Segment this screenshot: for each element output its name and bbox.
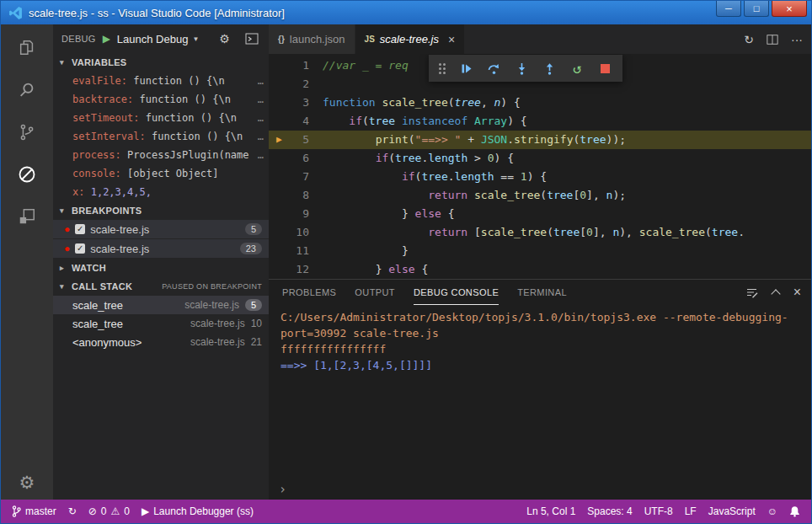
line-number-gutter[interactable]: 7: [269, 168, 323, 186]
branch-icon: [12, 505, 21, 517]
variable-row[interactable]: setTimeout: function () {\n…: [53, 109, 269, 127]
tab-launch.json[interactable]: {}launch.json: [269, 24, 355, 54]
main-area: ⚙ DEBUG ▶ Launch Debug ▼ ⚙ ▾ VARIABLES e…: [1, 24, 811, 500]
code-line-5[interactable]: ▶5 print("==>> " + JSON.stringify(tree))…: [269, 131, 811, 149]
step-out-button[interactable]: [542, 61, 557, 76]
debug-console-toggle-icon[interactable]: [245, 33, 259, 45]
variable-row[interactable]: backtrace: function () {\n…: [53, 90, 269, 109]
code-line-10[interactable]: 10 return [scale_tree(tree[0], n), scale…: [269, 223, 811, 242]
start-debugging-button[interactable]: ▶: [103, 33, 110, 45]
variable-row[interactable]: setInterval: function () {\n…: [53, 127, 269, 146]
drag-handle[interactable]: [439, 63, 446, 74]
problems-indicator[interactable]: ⊘ 0 ⚠ 0: [83, 500, 136, 523]
breakpoint-checkbox[interactable]: ✓: [75, 243, 85, 254]
breakpoint-checkbox[interactable]: ✓: [75, 224, 85, 234]
line-number-gutter[interactable]: 8: [269, 186, 323, 205]
close-tab-icon[interactable]: ×: [448, 33, 455, 46]
panel-tab-problems[interactable]: PROBLEMS: [282, 280, 336, 305]
breakpoints-section-header[interactable]: ▾ BREAKPOINTS: [53, 201, 269, 220]
debug-launch-status[interactable]: ▶ Launch Debugger (ss): [136, 500, 259, 523]
code-line-12[interactable]: 12 } else {: [269, 260, 811, 279]
line-number-gutter[interactable]: ▶5: [269, 131, 323, 149]
sync-icon[interactable]: ↻: [744, 33, 754, 46]
search-icon[interactable]: [6, 72, 48, 109]
indentation-indicator[interactable]: Spaces: 4: [581, 500, 638, 523]
variables-section-header[interactable]: ▾ VARIABLES: [53, 53, 269, 72]
code-line-3[interactable]: 3function scale_tree(tree, n) {: [269, 94, 811, 112]
code-line-4[interactable]: 4 if(tree instanceof Array) {: [269, 112, 811, 131]
call-stack-frame[interactable]: <anonymous>scale-tree.js21: [53, 333, 269, 351]
variable-row[interactable]: process: ProcessJsPlugin(name…: [53, 146, 269, 164]
continue-button[interactable]: [458, 61, 473, 76]
debug-icon[interactable]: [6, 156, 48, 193]
line-number-gutter[interactable]: 6: [269, 149, 323, 168]
notifications-bell-icon[interactable]: [783, 500, 806, 523]
variable-row[interactable]: console: [object Object]: [53, 164, 269, 183]
line-number-gutter[interactable]: 1: [269, 56, 323, 75]
line-number-gutter[interactable]: 10: [269, 223, 323, 242]
settings-gear-icon[interactable]: ⚙: [1, 473, 53, 493]
debug-config-dropdown[interactable]: Launch Debug ▼: [117, 33, 200, 45]
warning-count: 0: [124, 505, 130, 517]
panel-tab-debug-console[interactable]: DEBUG CONSOLE: [414, 280, 499, 305]
line-number-gutter[interactable]: 2: [269, 75, 323, 94]
code-line-6[interactable]: 6 if(tree.length > 0) {: [269, 149, 811, 168]
clear-console-icon[interactable]: [745, 286, 758, 299]
language-mode-indicator[interactable]: JavaScript: [702, 500, 761, 523]
more-actions-icon[interactable]: ···: [791, 33, 803, 46]
feedback-smiley-icon[interactable]: ☺: [761, 500, 783, 523]
debug-launch-label: Launch Debugger (ss): [153, 505, 254, 517]
line-number-gutter[interactable]: 4: [269, 112, 323, 131]
configure-launch-icon[interactable]: ⚙: [219, 32, 230, 45]
code-editor[interactable]: 1//var _ = req23function scale_tree(tree…: [269, 54, 811, 279]
code-line-7[interactable]: 7 if(tree.length == 1) {: [269, 168, 811, 186]
frame-file: scale-tree.js: [190, 318, 245, 329]
line-number-gutter[interactable]: 11: [269, 242, 323, 260]
explorer-icon[interactable]: [6, 29, 48, 67]
encoding-indicator[interactable]: UTF-8: [638, 500, 679, 523]
code-line-11[interactable]: 11 }: [269, 242, 811, 260]
variable-row[interactable]: x: 1,2,3,4,5,: [53, 183, 269, 201]
tab-scale-tree.js[interactable]: JSscale-tree.js×: [355, 24, 466, 54]
editor-group: {}launch.jsonJSscale-tree.js× ↻ ··· 1//v…: [269, 24, 811, 500]
split-editor-icon[interactable]: [767, 34, 778, 45]
debug-console-output: C:/Users/Administrator/Desktop/topjs/3.1…: [269, 305, 811, 479]
source-control-icon[interactable]: [6, 114, 48, 151]
close-panel-icon[interactable]: ×: [793, 285, 801, 300]
call-stack-frame[interactable]: scale_treescale-tree.js5: [53, 296, 269, 314]
maximize-button[interactable]: □: [744, 1, 769, 17]
editor-tab-bar: {}launch.jsonJSscale-tree.js× ↻ ···: [269, 24, 811, 54]
step-over-button[interactable]: [486, 61, 501, 76]
breakpoint-row[interactable]: ●✓scale-tree.js5: [53, 220, 269, 238]
minimize-button[interactable]: ─: [716, 1, 741, 17]
call-stack-section-header[interactable]: ▾ CALL STACK PAUSED ON BREAKPOINT: [53, 277, 269, 296]
extensions-icon[interactable]: [6, 198, 48, 235]
sync-button[interactable]: ↻: [62, 500, 83, 523]
frame-file: scale-tree.js: [190, 336, 245, 348]
panel-tab-terminal[interactable]: TERMINAL: [517, 280, 567, 305]
close-button[interactable]: ×: [772, 1, 807, 17]
line-number-gutter[interactable]: 12: [269, 260, 323, 279]
panel-tab-output[interactable]: OUTPUT: [355, 280, 395, 305]
code-area: 1//var _ = req23function scale_tree(tree…: [269, 54, 811, 279]
restart-button[interactable]: ↺: [569, 61, 585, 76]
cursor-position[interactable]: Ln 5, Col 1: [521, 500, 581, 523]
debug-console-input[interactable]: [291, 484, 801, 496]
variable-row[interactable]: evalFile: function () {\n…: [53, 72, 269, 90]
eol-indicator[interactable]: LF: [679, 500, 702, 523]
watch-section-header[interactable]: ▸ WATCH: [53, 259, 269, 277]
execution-pointer-icon: ▶: [276, 131, 282, 149]
maximize-panel-icon[interactable]: [772, 288, 779, 297]
breakpoint-row[interactable]: ●✓scale-tree.js23: [53, 239, 269, 258]
error-icon: ⊘: [88, 505, 97, 517]
tabbar-actions: ↻ ···: [744, 24, 803, 54]
code-line-9[interactable]: 9 } else {: [269, 205, 811, 223]
git-branch-indicator[interactable]: master: [6, 500, 62, 523]
step-into-button[interactable]: [514, 61, 529, 76]
line-number-gutter[interactable]: 3: [269, 94, 323, 112]
stop-button[interactable]: [597, 61, 612, 76]
code-line-8[interactable]: 8 return scale_tree(tree[0], n);: [269, 186, 811, 205]
truncation-ellipsis: …: [255, 146, 264, 164]
call-stack-frame[interactable]: scale_treescale-tree.js10: [53, 314, 269, 333]
line-number-gutter[interactable]: 9: [269, 205, 323, 223]
